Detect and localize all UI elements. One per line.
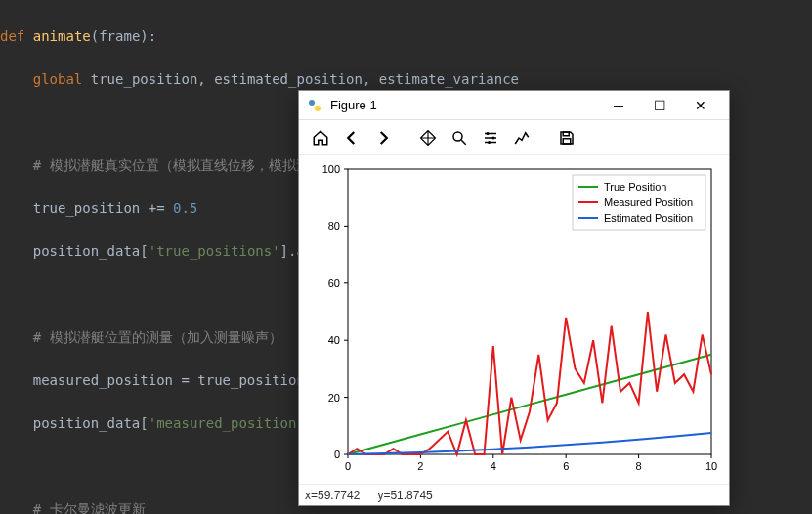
figure-window[interactable]: Figure 1 ─ ☐ ✕ 0204060801000246810True P…	[298, 90, 730, 506]
string: 'true_positions'	[149, 243, 280, 259]
comment: # 模拟潜艇位置的测量（加入测量噪声）	[33, 329, 282, 345]
svg-text:Estimated Position: Estimated Position	[604, 212, 693, 224]
pan-icon[interactable]	[414, 124, 442, 151]
code-text: true_position, estimated_position, estim…	[91, 71, 519, 87]
svg-point-0	[309, 100, 315, 106]
svg-text:40: 40	[328, 334, 340, 346]
subplots-icon[interactable]	[508, 124, 535, 151]
code-text: position_data[	[33, 415, 149, 431]
keyword-global: global	[33, 71, 83, 87]
window-minimize-button[interactable]: ─	[598, 92, 639, 119]
window-title: Figure 1	[330, 98, 598, 112]
svg-text:80: 80	[328, 220, 340, 232]
svg-point-3	[487, 132, 490, 135]
keyword-def: def	[0, 28, 24, 44]
param: frame	[99, 28, 140, 44]
svg-point-1	[315, 106, 321, 111]
window-close-button[interactable]: ✕	[680, 92, 721, 119]
back-icon[interactable]	[338, 124, 365, 151]
status-x: x=59.7742	[305, 489, 360, 502]
window-app-icon	[307, 98, 322, 113]
zoom-icon[interactable]	[446, 124, 473, 151]
svg-text:10: 10	[705, 460, 717, 472]
svg-rect-7	[563, 138, 571, 143]
window-maximize-button[interactable]: ☐	[639, 92, 680, 119]
svg-point-5	[488, 141, 491, 144]
svg-text:6: 6	[563, 460, 569, 472]
window-titlebar[interactable]: Figure 1 ─ ☐ ✕	[299, 91, 729, 120]
svg-rect-6	[563, 132, 569, 136]
string: 'measured_positions	[149, 415, 305, 431]
plot-area[interactable]: 0204060801000246810True PositionMeasured…	[299, 155, 729, 484]
comment: # 卡尔曼滤波更新	[33, 501, 146, 514]
svg-text:0: 0	[334, 449, 340, 460]
code-text: position_data[	[33, 243, 149, 259]
svg-text:0: 0	[345, 460, 351, 472]
svg-text:8: 8	[636, 460, 642, 472]
svg-text:20: 20	[328, 392, 340, 404]
svg-text:2: 2	[417, 460, 423, 472]
svg-point-4	[492, 136, 495, 139]
config-icon[interactable]	[477, 124, 504, 151]
chart-svg: 0204060801000246810True PositionMeasured…	[299, 155, 729, 484]
status-bar: x=59.7742 y=51.8745	[299, 484, 729, 505]
svg-text:Measured Position: Measured Position	[604, 196, 693, 208]
svg-text:100: 100	[322, 163, 340, 175]
svg-text:60: 60	[328, 278, 340, 289]
forward-icon[interactable]	[369, 124, 397, 151]
svg-text:True Position: True Position	[604, 181, 666, 193]
matplotlib-toolbar	[299, 120, 729, 155]
svg-point-2	[453, 132, 462, 141]
number: 0.5	[173, 200, 197, 216]
svg-text:4: 4	[491, 460, 496, 472]
function-name: animate	[33, 28, 91, 44]
code-text: measured_position = true_position	[33, 372, 305, 388]
save-icon[interactable]	[553, 124, 580, 151]
code-text: true_position +=	[33, 200, 173, 216]
status-y: y=51.8745	[377, 489, 432, 502]
home-icon[interactable]	[307, 124, 334, 151]
